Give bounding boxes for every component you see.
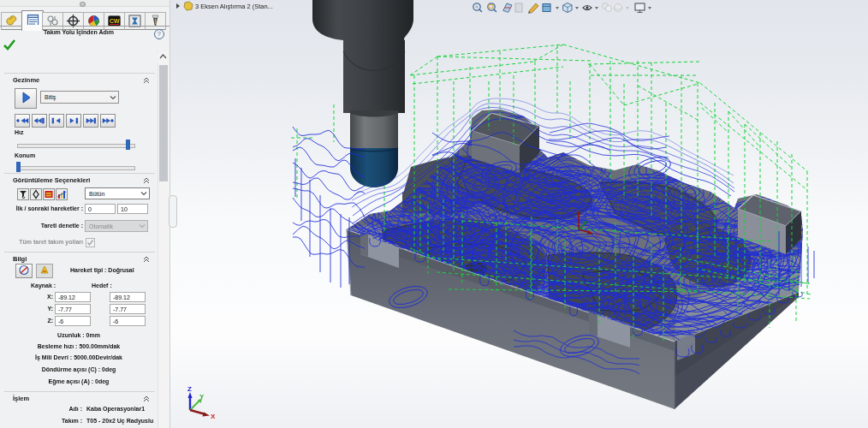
svg-text:x: x [596,231,599,237]
svg-text:Y: Y [199,393,205,401]
svg-text:3 Eksen Alıştırma 2 (Stan...: 3 Eksen Alıştırma 2 (Stan... [195,3,273,10]
svg-text:Z: Z [187,385,192,393]
svg-text:X: X [211,413,216,420]
svg-text:CW: CW [110,18,120,24]
